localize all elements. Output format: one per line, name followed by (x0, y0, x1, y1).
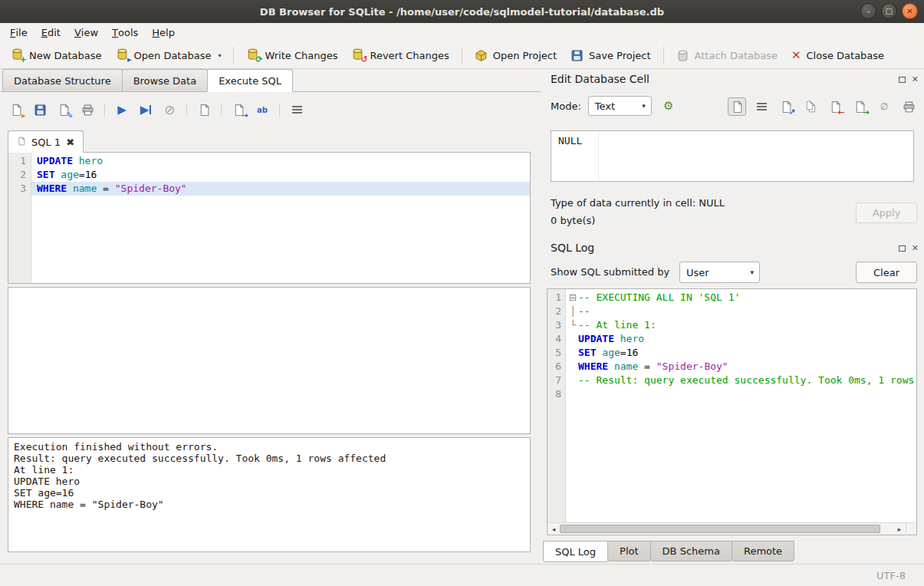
scroll-thumb[interactable] (560, 525, 880, 533)
menu-edit[interactable]: Edit (35, 23, 67, 42)
toolbar-separator (233, 47, 234, 64)
scroll-right-icon[interactable]: ▸ (893, 523, 906, 535)
results-grid[interactable] (8, 287, 531, 434)
menu-tools[interactable]: Tools (105, 23, 145, 42)
new-database-button[interactable]: +New Database (5, 44, 108, 66)
open-sql-file-icon: ▸ (10, 104, 23, 117)
close-database-button[interactable]: ✕Close Database (785, 47, 890, 64)
write-changes-label: Write Changes (265, 50, 337, 61)
dock-tab-plot[interactable]: Plot (607, 541, 651, 561)
print-button[interactable] (899, 97, 918, 116)
tab-browse-data[interactable]: Browse Data (122, 69, 209, 91)
copy-cell-icon (804, 100, 817, 114)
code-text: UPDATE hero (31, 154, 530, 168)
save-sql-file-button[interactable] (30, 100, 50, 120)
cell-editor-margin (598, 131, 599, 181)
set-null-button[interactable]: ∅ (875, 97, 893, 116)
editor-lines: 1UPDATE hero2SET age=163WHERE name = "Sp… (8, 154, 530, 196)
cell-editor[interactable]: NULL (551, 130, 914, 182)
close-dock-icon[interactable]: ✕ (912, 244, 919, 252)
import-data-button[interactable]: ← (826, 97, 844, 116)
line-number: 8 (547, 387, 566, 401)
close-window-button[interactable]: ✕ (902, 3, 918, 19)
open-database-button[interactable]: ▸Open Database▾ (110, 44, 228, 66)
line-number: 1 (547, 291, 566, 305)
open-project-button[interactable]: Open Project (469, 46, 563, 65)
write-changes-button[interactable]: ⟳Write Changes (240, 44, 344, 66)
sql-editor[interactable]: 1UPDATE hero2SET age=163WHERE name = "Sp… (8, 152, 531, 284)
line-number: 1 (8, 154, 31, 168)
revert-changes-button[interactable]: ↺Revert Changes (345, 44, 455, 66)
open-in-editor-button[interactable]: ↗ (777, 97, 795, 116)
write-changes-icon: ⟳ (246, 48, 259, 63)
open-sql-file-button[interactable]: ▸ (6, 100, 26, 120)
close-database-icon: ✕ (791, 50, 801, 61)
close-dock-icon[interactable]: ✕ (912, 75, 919, 84)
dock-tab-sql-log[interactable]: SQL Log (543, 541, 608, 562)
dock-tab-remote[interactable]: Remote (732, 541, 794, 561)
fold-marker: │ (567, 305, 578, 318)
line-number: 2 (8, 168, 31, 182)
menu-help[interactable]: Help (145, 23, 182, 42)
mode-select[interactable]: Text ▾ (588, 96, 652, 116)
menu-view[interactable]: View (67, 23, 105, 42)
fold-marker[interactable]: ⊟ (567, 291, 578, 305)
line-number: 6 (547, 360, 566, 374)
copy-cell-button[interactable] (801, 97, 820, 116)
log-filter-select[interactable]: User ▾ (679, 262, 760, 283)
code-line: 4UPDATE hero (547, 332, 916, 346)
code-text: └-- At line 1: (566, 318, 916, 332)
export-button[interactable]: → (229, 100, 248, 120)
dock-tab-db-schema[interactable]: DB Schema (650, 541, 732, 561)
import-data-icon: ← (829, 100, 842, 114)
export-icon: → (232, 104, 245, 117)
cell-settings-button[interactable]: ⚙ (659, 96, 679, 116)
word-wrap-button[interactable] (287, 100, 307, 120)
toolbar-separator (462, 47, 462, 64)
code-text: WHERE name = "Spider-Boy" (566, 360, 916, 374)
export-data-button[interactable]: → (850, 97, 869, 116)
apply-button[interactable]: Apply (856, 202, 917, 223)
float-dock-icon[interactable] (899, 245, 906, 252)
toolbar-separator (279, 104, 280, 117)
sql-log-view[interactable]: 1⊟-- EXECUTING ALL IN 'SQL 1'2│--3└-- At… (547, 288, 917, 535)
code-text: ⊟-- EXECUTING ALL IN 'SQL 1' (566, 291, 916, 305)
open-project-label: Open Project (493, 50, 557, 61)
sql-toolbar: ▸✎▶▶⊘→ab (6, 98, 307, 121)
print-button[interactable] (77, 100, 97, 120)
tab-execute-sql[interactable]: Execute SQL (207, 69, 293, 92)
close-database-label: Close Database (807, 50, 885, 61)
sql-tab[interactable]: SQL 1 ✖ (8, 130, 84, 153)
execute-all-button[interactable]: ▶ (112, 100, 132, 120)
save-project-button[interactable]: Save Project (564, 46, 657, 65)
execute-line-button[interactable]: ▶ (136, 100, 156, 120)
find-replace-button[interactable]: ab (252, 100, 272, 120)
dropdown-arrow-icon[interactable]: ▾ (218, 52, 221, 59)
code-text (566, 387, 916, 401)
toolbar-separator (104, 104, 105, 117)
stop-button[interactable]: ⊘ (159, 100, 179, 120)
cell-value: NULL (551, 131, 913, 150)
main-toolbar: +New Database▸Open Database▾⟳Write Chang… (0, 42, 924, 69)
execution-message: Execution finished without errors. Resul… (8, 437, 531, 552)
maximize-button[interactable]: □ (881, 3, 897, 19)
close-tab-icon[interactable]: ✖ (66, 137, 74, 148)
save-as-button[interactable]: ✎ (54, 100, 74, 120)
open-results-icon (198, 104, 211, 117)
clear-button[interactable]: Clear (856, 262, 917, 283)
log-filter-label: Show SQL submitted by (551, 266, 669, 278)
log-horizontal-scrollbar[interactable]: ◂ ▸ (547, 522, 916, 535)
edit-cell-title: Edit Database Cell (551, 73, 649, 85)
window-controls: – □ ✕ (860, 3, 918, 19)
menu-file[interactable]: File (3, 23, 35, 42)
text-mode-button[interactable] (728, 97, 746, 116)
save-project-label: Save Project (589, 50, 651, 61)
open-results-button[interactable] (194, 100, 214, 120)
sql-file-icon (17, 137, 26, 148)
tab-database-structure[interactable]: Database Structure (2, 69, 123, 91)
scroll-left-icon[interactable]: ◂ (547, 523, 560, 535)
minimize-button[interactable]: – (860, 3, 876, 19)
code-text: UPDATE hero (566, 332, 916, 346)
justify-button[interactable] (752, 97, 771, 116)
float-dock-icon[interactable] (899, 77, 906, 83)
